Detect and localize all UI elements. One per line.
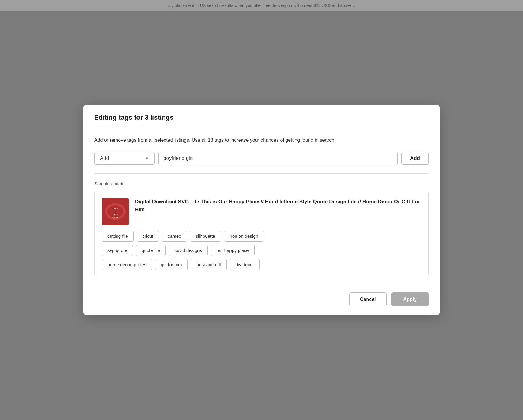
listing-title: Digital Download SVG File This is Our Ha…	[135, 198, 421, 213]
modal-body: Add or remove tags from all selected lis…	[83, 128, 440, 277]
modal-title: Editing tags for 3 listings	[94, 114, 429, 121]
tag-chip: cameo	[162, 231, 187, 242]
svg-text:happy: happy	[113, 213, 118, 216]
tag-chip: our happy place	[211, 245, 255, 256]
tag-chip: home decor quotes	[102, 259, 152, 270]
listing-card: This is our happy place ♥ Digital Downlo…	[94, 192, 429, 276]
modal-overlay: Editing tags for 3 listings Add or remov…	[0, 0, 523, 420]
sample-update-label: Sample update	[94, 181, 429, 186]
tag-chip: quote file	[136, 245, 166, 256]
section-divider	[94, 173, 429, 174]
tag-chip: cutting file	[102, 231, 134, 242]
listing-thumbnail: This is our happy place ♥	[102, 198, 129, 225]
listing-top: This is our happy place ♥ Digital Downlo…	[102, 198, 421, 225]
cancel-button[interactable]: Cancel	[349, 292, 386, 306]
add-dropdown-label: Add	[100, 155, 109, 161]
chevron-down-icon: ▼	[145, 156, 149, 161]
add-dropdown[interactable]: Add ▼	[94, 152, 155, 165]
tag-chip: cricut	[137, 231, 159, 242]
tags-row-3: home decor quotes gift for him husband g…	[102, 259, 421, 270]
tags-row-1: cutting file cricut cameo silhouette iro…	[102, 231, 421, 242]
svg-text:This is: This is	[113, 208, 119, 210]
tag-chip: iron on design	[224, 231, 264, 242]
tag-chip: diy decor	[230, 259, 260, 270]
tag-chip: silhouette	[190, 231, 221, 242]
tag-input[interactable]	[158, 152, 398, 165]
tag-chip: svg quote	[102, 245, 133, 256]
svg-text:our: our	[114, 211, 117, 213]
tags-row-2: svg quote quote file covid designs our h…	[102, 245, 421, 256]
add-row: Add ▼ Add	[94, 152, 429, 165]
description-text: Add or remove tags from all selected lis…	[94, 136, 429, 144]
add-tag-button[interactable]: Add	[401, 152, 429, 165]
thumbnail-image: This is our happy place ♥	[102, 198, 129, 225]
modal-header: Editing tags for 3 listings	[83, 105, 440, 128]
tags-section: cutting file cricut cameo silhouette iro…	[102, 231, 421, 270]
tag-chip: gift for him	[155, 259, 188, 270]
modal-dialog: Editing tags for 3 listings Add or remov…	[83, 105, 440, 315]
tag-chip: covid designs	[169, 245, 208, 256]
tag-chip: husband gift	[191, 259, 227, 270]
modal-footer: Cancel Apply	[83, 286, 440, 315]
apply-button[interactable]: Apply	[391, 292, 429, 306]
svg-text:place ♥: place ♥	[112, 216, 118, 218]
